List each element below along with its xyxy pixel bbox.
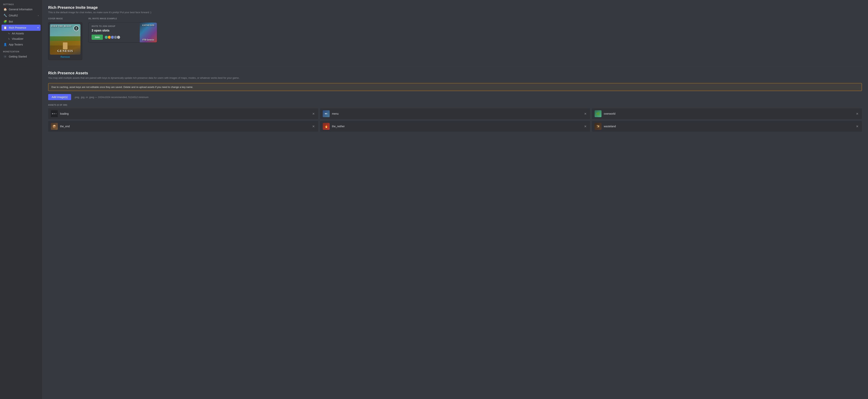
add-images-button[interactable]: Add Image(s) (48, 94, 71, 100)
asset-name-menu: menu (332, 112, 581, 115)
assets-description: You may add multiple assets that are pai… (48, 76, 862, 79)
avatar-5 (117, 35, 120, 39)
sub-arrow-icon: ↳ (8, 37, 10, 40)
wrench-icon: 🔧 (3, 14, 7, 17)
sidebar-item-bot[interactable]: 🧩 Bot (2, 19, 40, 25)
plus-icon: + (3, 55, 7, 58)
asset-thumb-menu: MC (323, 110, 330, 117)
invite-card: INVITE TO JOIN GROUP 3 open slots Join (88, 22, 157, 43)
main-content: Rich Presence Invite Image This is the d… (42, 0, 868, 399)
assets-count-label: ASSETS (6 OF 300) (48, 104, 862, 106)
invite-image-description: This is the default image for chat invit… (48, 11, 862, 14)
asset-item-menu: MC menu ✕ (320, 108, 590, 119)
section-divider (48, 66, 862, 66)
sidebar-item-label: Bot (9, 20, 13, 23)
upload-icon[interactable] (73, 26, 79, 31)
sidebar-item-app-testers[interactable]: 👤 App Testers (2, 41, 40, 47)
settings-section-label: SETTINGS (2, 2, 40, 6)
invite-image-title: Rich Presence Invite Image (48, 5, 862, 10)
dot-3 (56, 113, 57, 114)
asset-item-wasteland: 🏜 wasteland ✕ (592, 121, 862, 132)
sidebar-item-label: General Information (9, 8, 32, 11)
asset-name-wasteland: wasteland (604, 125, 853, 128)
asset-name-the-end: the_end (60, 125, 309, 128)
sidebar-item-label: Getting Started (9, 55, 27, 58)
cover-image-wrapper[interactable]: FEED THE BEAST GENESIS (50, 24, 81, 55)
person-icon: 👤 (3, 43, 7, 46)
invite-to-label: INVITE TO JOIN GROUP (92, 25, 137, 27)
asset-item-overworld: 🌿 overworld ✕ (592, 108, 862, 119)
assets-section: Rich Presence Assets You may add multipl… (48, 71, 862, 132)
invite-game-name: FTB Genesis (143, 39, 154, 41)
irl-invite-box: IRL INVITE IMAGE EXAMPLE INVITE TO JOIN … (88, 18, 157, 43)
asset-item-the-nether: 🔥 the_nether ✕ (320, 121, 590, 132)
rich-presence-icon: 📋 (3, 26, 7, 29)
sidebar: SETTINGS 🏠 General Information 🔧 OAuth2 … (0, 0, 42, 399)
dot-1 (52, 113, 53, 114)
sidebar-item-label: Rich Presence (9, 26, 26, 29)
add-images-row: Add Image(s) .png, .jpg, or .jpeg — 1024… (48, 94, 862, 100)
invite-image-section: Rich Presence Invite Image This is the d… (48, 5, 862, 60)
sidebar-item-label: OAuth2 (9, 14, 18, 17)
invite-actions: Join (92, 35, 137, 40)
asset-item-loading: loading ✕ (48, 108, 318, 119)
asset-close-menu[interactable]: ✕ (583, 111, 587, 116)
asset-thumb-the-end: 📦 (51, 123, 58, 130)
chevron-right-icon: › (38, 14, 39, 16)
invite-card-left: INVITE TO JOIN GROUP 3 open slots Join (89, 23, 140, 42)
join-button[interactable]: Join (92, 35, 103, 40)
svg-rect-0 (75, 29, 77, 29)
sidebar-item-getting-started[interactable]: + Getting Started (2, 54, 40, 60)
cover-image-box: COVER IMAGE FEED THE BEAST GENESIS (48, 18, 82, 60)
asset-name-loading: loading (60, 112, 309, 115)
sidebar-item-general-information[interactable]: 🏠 General Information (2, 6, 40, 12)
avatar-stack (104, 35, 120, 39)
sidebar-sub-item-label: Art Assets (12, 32, 24, 35)
sidebar-item-rich-presence[interactable]: 📋 Rich Presence ▾ (2, 25, 40, 31)
sidebar-item-visualizer[interactable]: ↳ Visualizer (2, 36, 40, 41)
sidebar-item-art-assets[interactable]: ↳ Art Assets (2, 31, 40, 36)
asset-close-the-end[interactable]: ✕ (311, 124, 315, 129)
invite-card-right: GENESIS FTB Genesis (140, 23, 157, 42)
sidebar-sub-item-label: Visualizer (12, 37, 23, 40)
asset-item-the-end: 📦 the_end ✕ (48, 121, 318, 132)
spinner-dots (52, 113, 57, 114)
asset-thumb-loading (51, 110, 58, 117)
assets-grid: loading ✕ MC menu ✕ 🌿 overworld ✕ (48, 108, 862, 132)
sub-arrow-icon: ↳ (8, 32, 10, 35)
asset-thumb-wasteland: 🏜 (595, 123, 601, 130)
warning-box: Due to caching, asset keys are not edita… (48, 83, 862, 91)
puzzle-icon: 🧩 (3, 20, 7, 23)
invite-slots-text: 3 open slots (92, 29, 137, 32)
asset-thumb-the-nether: 🔥 (323, 123, 330, 130)
cover-irl-row: COVER IMAGE FEED THE BEAST GENESIS (48, 18, 862, 60)
asset-name-the-nether: the_nether (332, 125, 581, 128)
chevron-down-icon: ▾ (37, 27, 39, 29)
asset-name-overworld: overworld (604, 112, 853, 115)
assets-title: Rich Presence Assets (48, 71, 862, 75)
monetization-section-label: MONETIZATION (2, 47, 40, 54)
asset-close-wasteland[interactable]: ✕ (855, 124, 859, 129)
asset-close-loading[interactable]: ✕ (311, 111, 315, 116)
asset-thumb-overworld: 🌿 (595, 110, 601, 117)
home-icon: 🏠 (3, 8, 7, 11)
cover-image-frame[interactable]: FEED THE BEAST GENESIS Remove (48, 22, 82, 60)
warning-text: Due to caching, asset keys are not edita… (52, 86, 193, 89)
cover-image-label: COVER IMAGE (48, 18, 82, 20)
image-hint: .png, .jpg, or .jpeg — 1024x1024 recomme… (74, 96, 149, 99)
asset-close-the-nether[interactable]: ✕ (583, 124, 587, 129)
dot-2 (54, 113, 55, 114)
remove-button[interactable]: Remove (50, 56, 81, 58)
asset-close-overworld[interactable]: ✕ (855, 111, 859, 116)
sidebar-item-oauth2[interactable]: 🔧 OAuth2 › (2, 12, 40, 19)
irl-label: IRL INVITE IMAGE EXAMPLE (88, 18, 157, 20)
sidebar-item-label: App Testers (9, 43, 23, 46)
